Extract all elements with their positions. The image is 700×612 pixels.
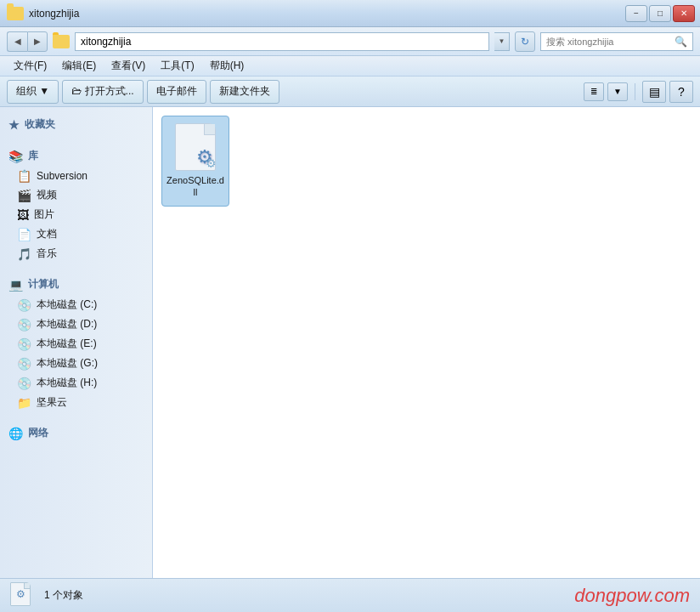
menu-edit[interactable]: 编辑(E) (55, 57, 103, 75)
drive-h-icon: 💿 (17, 377, 31, 390)
drive-d-label: 本地磁盘 (D:) (37, 317, 144, 332)
address-bar: ◀ ▶ ▼ ↻ 🔍 (0, 27, 700, 56)
drive-e-label: 本地磁盘 (E:) (37, 337, 144, 351)
title-bar: xitongzhijia − □ ✕ (0, 0, 700, 27)
pictures-icon: 🖼 (17, 208, 29, 222)
drive-h-label: 本地磁盘 (H:) (37, 376, 144, 390)
close-button[interactable]: ✕ (673, 5, 695, 22)
favorites-heading[interactable]: ★ 收藏夹 (0, 114, 152, 135)
favorites-section: ★ 收藏夹 (0, 114, 152, 135)
network-section: 🌐 网络 (0, 422, 152, 444)
address-dropdown[interactable]: ▼ (494, 32, 510, 51)
library-icon: 📚 (8, 150, 23, 163)
network-icon: 🌐 (8, 427, 23, 440)
computer-section: 💻 计算机 💿 本地磁盘 (C:) 💿 本地磁盘 (D:) 💿 本地磁盘 (E:… (0, 274, 152, 412)
nav-buttons: ◀ ▶ (7, 31, 48, 52)
library-section: 📚 库 📋 Subversion 🎬 视频 🖼 图片 📄 文档 🎵 音乐 (0, 145, 152, 264)
sidebar-item-documents[interactable]: 📄 文档 (0, 224, 152, 244)
pane-button[interactable]: ▤ (642, 81, 666, 103)
email-button[interactable]: 电子邮件 (147, 80, 206, 104)
computer-icon: 💻 (8, 278, 23, 292)
toolbar-separator (635, 83, 635, 100)
dll-file-background: ⚙ ⚙ (175, 123, 216, 171)
new-folder-button[interactable]: 新建文件夹 (210, 80, 279, 104)
sidebar-item-drive-c[interactable]: 💿 本地磁盘 (C:) (0, 295, 152, 314)
menu-file[interactable]: 文件(F) (7, 57, 54, 75)
back-button[interactable]: ◀ (7, 31, 27, 52)
jianguoyun-icon: 📁 (17, 396, 31, 410)
network-heading[interactable]: 🌐 网络 (0, 422, 152, 444)
drive-g-icon: 💿 (17, 357, 31, 371)
subversion-icon: 📋 (17, 169, 31, 183)
documents-icon: 📄 (17, 228, 31, 241)
refresh-button[interactable]: ↻ (515, 31, 535, 52)
view-button[interactable]: ≣ (584, 82, 604, 101)
title-controls: − □ ✕ (625, 5, 695, 22)
menu-bar: 文件(F) 编辑(E) 查看(V) 工具(T) 帮助(H) (0, 56, 700, 76)
open-with-button[interactable]: 🗁 打开方式... (62, 80, 143, 104)
sidebar-item-drive-d[interactable]: 💿 本地磁盘 (D:) (0, 314, 152, 334)
forward-button[interactable]: ▶ (27, 31, 48, 52)
subversion-label: Subversion (37, 170, 144, 182)
status-bar: ⚙ 1 个对象 dongpow.com (0, 578, 700, 612)
favorites-star-icon: ★ (8, 118, 20, 132)
minimize-button[interactable]: − (625, 5, 647, 22)
title-text: xitongzhijia (29, 8, 79, 20)
sidebar-item-drive-g[interactable]: 💿 本地磁盘 (G:) (0, 354, 152, 373)
file-label: ZenoSQLite.dll (166, 174, 225, 199)
toolbar: 组织 ▼ 🗁 打开方式... 电子邮件 新建文件夹 ≣ ▼ ▤ ? (0, 76, 700, 107)
address-input[interactable] (75, 32, 489, 51)
sidebar-item-subversion[interactable]: 📋 Subversion (0, 167, 152, 185)
drive-d-icon: 💿 (17, 318, 31, 332)
menu-help[interactable]: 帮助(H) (203, 57, 251, 75)
maximize-button[interactable]: □ (649, 5, 671, 22)
gear-small-icon: ⚙ (206, 156, 217, 170)
address-folder-icon (53, 35, 70, 48)
menu-view[interactable]: 查看(V) (104, 57, 152, 75)
drive-g-label: 本地磁盘 (G:) (37, 356, 144, 371)
video-icon: 🎬 (17, 189, 31, 202)
computer-heading[interactable]: 💻 计算机 (0, 274, 152, 295)
file-icon-wrapper: ⚙ ⚙ (172, 123, 219, 171)
sidebar-item-drive-e[interactable]: 💿 本地磁盘 (E:) (0, 334, 152, 354)
title-folder-icon (7, 7, 24, 20)
sidebar-item-drive-h[interactable]: 💿 本地磁盘 (H:) (0, 373, 152, 393)
content-area: ⚙ ⚙ ZenoSQLite.dll (153, 107, 700, 578)
search-icon[interactable]: 🔍 (675, 36, 687, 48)
drive-c-label: 本地磁盘 (C:) (37, 298, 144, 312)
music-icon: 🎵 (17, 247, 31, 261)
drive-c-icon: 💿 (17, 298, 31, 312)
sidebar-item-video[interactable]: 🎬 视频 (0, 185, 152, 205)
status-gear-icon: ⚙ (16, 588, 25, 600)
drive-e-icon: 💿 (17, 337, 31, 351)
sidebar: ★ 收藏夹 📚 库 📋 Subversion 🎬 视频 🖼 图片 (0, 107, 153, 578)
library-heading-label: 库 (28, 149, 38, 163)
video-label: 视频 (37, 188, 144, 202)
watermark: dongpow.com (574, 585, 690, 607)
menu-tools[interactable]: 工具(T) (154, 57, 200, 75)
search-input[interactable] (546, 37, 675, 47)
network-heading-label: 网络 (28, 426, 48, 440)
jianguoyun-label: 坚果云 (37, 395, 144, 410)
help-button[interactable]: ? (669, 81, 693, 103)
status-dll-bg: ⚙ (10, 582, 31, 606)
music-label: 音乐 (37, 246, 144, 261)
status-file-icon: ⚙ (10, 582, 34, 609)
search-box: 🔍 (540, 32, 693, 51)
documents-label: 文档 (37, 227, 144, 241)
view-dropdown-button[interactable]: ▼ (607, 82, 628, 101)
pictures-label: 图片 (34, 207, 144, 222)
sidebar-item-pictures[interactable]: 🖼 图片 (0, 205, 152, 224)
sidebar-item-jianguoyun[interactable]: 📁 坚果云 (0, 393, 152, 412)
sidebar-item-music[interactable]: 🎵 音乐 (0, 244, 152, 264)
file-item-zenosqlite[interactable]: ⚙ ⚙ ZenoSQLite.dll (161, 116, 229, 207)
computer-heading-label: 计算机 (28, 277, 59, 292)
status-count-text: 1 个对象 (44, 588, 83, 603)
library-heading[interactable]: 📚 库 (0, 145, 152, 167)
favorites-heading-label: 收藏夹 (25, 117, 55, 132)
organize-button[interactable]: 组织 ▼ (7, 80, 59, 104)
title-bar-left: xitongzhijia (7, 7, 79, 20)
main-area: ★ 收藏夹 📚 库 📋 Subversion 🎬 视频 🖼 图片 (0, 107, 700, 578)
toolbar-right: ≣ ▼ ▤ ? (584, 81, 693, 103)
